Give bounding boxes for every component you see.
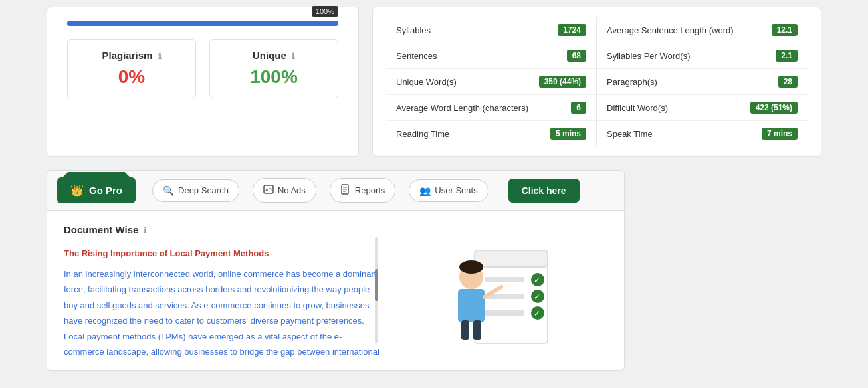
stats-col-left: Syllables 1724 Sentences 68 Unique Word(… [386, 17, 597, 146]
avg-sent-len-value: 12.1 [772, 24, 798, 36]
svg-rect-14 [485, 310, 524, 316]
scroll-thumb[interactable] [375, 269, 378, 301]
avg-sent-len-label: Average Sentence Length (word) [607, 25, 734, 35]
plagiarism-box: Plagiarism ℹ 0% [67, 39, 196, 98]
svg-rect-8 [485, 277, 524, 282]
syllables-value: 1724 [558, 24, 586, 36]
stat-row-reading-time: Reading Time 5 mins [386, 121, 596, 146]
crown-icon: 👑 [70, 184, 84, 197]
click-here-button[interactable]: Click here [508, 179, 580, 203]
unique-info-icon: ℹ [292, 52, 295, 61]
stat-row-speak-time: Speak Time 7 mins [597, 121, 808, 146]
progress-bar-fill [67, 21, 338, 26]
unique-label: Unique ℹ [230, 50, 318, 61]
unique-words-value: 359 (44%) [539, 76, 586, 88]
deep-search-label: Deep Search [178, 185, 229, 195]
reports-button[interactable]: Reports [330, 178, 396, 203]
reading-time-label: Reading Time [396, 129, 449, 139]
document-wise-content: Document Wise ℹ The Rising Importance of… [64, 224, 381, 357]
doc-header: Document Wise ℹ [64, 224, 381, 235]
article-title: The Rising Importance of Local Payment M… [64, 248, 381, 258]
svg-rect-7 [475, 250, 548, 267]
score-panel: 100% Plagiarism ℹ 0% Unique ℹ 100% [47, 7, 359, 157]
svg-rect-22 [473, 320, 481, 340]
speak-time-label: Speak Time [607, 129, 653, 139]
stat-row-syllables-per-word: Syllables Per Word(s) 2.1 [597, 43, 808, 69]
article-body: In an increasingly interconnected world,… [64, 266, 381, 357]
stat-row-difficult-words: Difficult Word(s) 422 (51%) [597, 95, 808, 121]
sidebar-illustration: ✓ ✓ ✓ [395, 224, 607, 357]
stat-row-sentences: Sentences 68 [386, 43, 596, 69]
svg-rect-21 [461, 320, 469, 340]
reports-icon [340, 184, 351, 197]
sentences-value: 68 [567, 50, 586, 62]
syllables-label: Syllables [396, 25, 431, 35]
no-ads-label: No Ads [278, 185, 306, 195]
stat-row-syllables: Syllables 1724 [386, 17, 596, 43]
plagiarism-info-icon: ℹ [158, 52, 162, 61]
syllables-per-word-value: 2.1 [776, 50, 798, 62]
sentences-label: Sentences [396, 51, 437, 61]
svg-text:AD: AD [265, 187, 272, 192]
doc-info-icon: ℹ [144, 225, 147, 235]
reports-label: Reports [355, 185, 385, 195]
paragraphs-value: 28 [778, 76, 798, 88]
progress-badge: 100% [312, 6, 338, 17]
unique-words-label: Unique Word(s) [396, 77, 457, 87]
progress-bar-container: 100% [67, 21, 338, 26]
svg-text:✓: ✓ [534, 276, 540, 285]
stat-row-avg-sent-len: Average Sentence Length (word) 12.1 [597, 17, 808, 43]
difficult-words-label: Difficult Word(s) [607, 103, 668, 113]
deep-search-button[interactable]: 🔍 Deep Search [152, 179, 239, 202]
scrollbar[interactable] [375, 237, 378, 343]
avg-word-len-label: Average Word Length (characters) [396, 103, 528, 113]
svg-text:✓: ✓ [534, 309, 540, 318]
progress-bar-bg [67, 21, 338, 26]
syllables-per-word-label: Syllables Per Word(s) [607, 51, 690, 61]
user-seats-button[interactable]: 👥 User Seats [409, 179, 488, 202]
stat-row-paragraphs: Paragraph(s) 28 [597, 69, 808, 95]
stat-row-avg-word-len: Average Word Length (characters) 6 [386, 95, 596, 121]
search-icon: 🔍 [163, 185, 174, 196]
stats-col-right: Average Sentence Length (word) 12.1 Syll… [597, 17, 808, 146]
avg-word-len-value: 6 [571, 102, 586, 114]
difficult-words-value: 422 (51%) [750, 102, 798, 114]
svg-rect-19 [458, 289, 485, 322]
doc-wise-title: Document Wise [64, 224, 138, 235]
paragraphs-label: Paragraph(s) [607, 77, 657, 87]
no-ads-icon: AD [263, 184, 274, 197]
svg-point-18 [459, 260, 483, 274]
speak-time-value: 7 mins [762, 128, 798, 140]
go-pro-button[interactable]: 👑 Go Pro [57, 177, 136, 203]
stats-panel: Syllables 1724 Sentences 68 Unique Word(… [372, 7, 821, 157]
no-ads-button[interactable]: AD No Ads [253, 178, 316, 203]
pro-section: 👑 Go Pro 🔍 Deep Search AD No Ads [0, 170, 868, 371]
plagiarism-label: Plagiarism ℹ [88, 50, 175, 61]
unique-value: 100% [230, 66, 318, 88]
user-seats-icon: 👥 [419, 185, 431, 196]
user-seats-label: User Seats [435, 185, 477, 195]
go-pro-label: Go Pro [89, 185, 122, 196]
plagiarism-value: 0% [88, 66, 175, 88]
svg-text:✓: ✓ [534, 292, 540, 302]
unique-box: Unique ℹ 100% [209, 39, 338, 98]
reading-time-value: 5 mins [550, 128, 586, 140]
stat-row-unique-words: Unique Word(s) 359 (44%) [386, 69, 596, 95]
